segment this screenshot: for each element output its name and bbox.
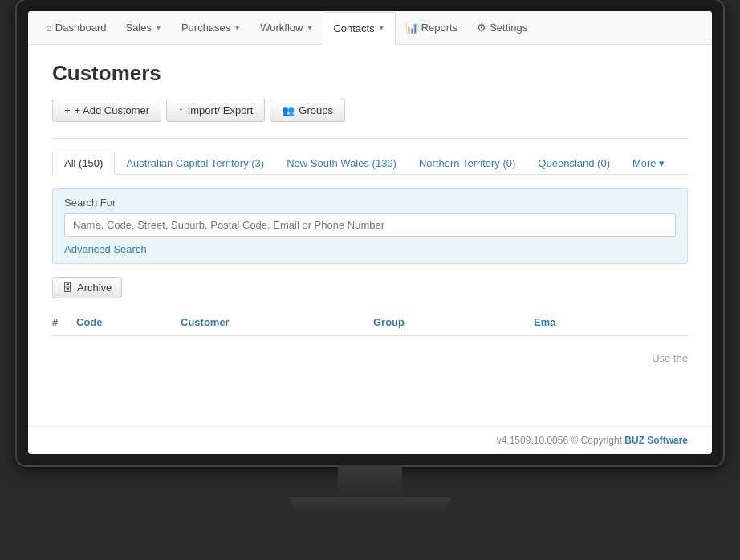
groups-icon: 👥: [282, 104, 295, 116]
upload-icon: ↑: [178, 104, 184, 116]
nav-settings[interactable]: ⚙ Settings: [467, 11, 537, 44]
nav-purchases[interactable]: Purchases ▼: [172, 11, 250, 44]
chart-icon: 📊: [405, 22, 418, 34]
nav-workflow[interactable]: Workflow ▼: [250, 11, 323, 44]
monitor: ⌂ Dashboard Sales ▼ Purchases ▼ Workflow…: [0, 0, 740, 560]
groups-button[interactable]: 👥 Groups: [270, 99, 345, 122]
archive-icon: 🗄: [63, 282, 73, 294]
purchases-caret: ▼: [234, 24, 241, 32]
col-email[interactable]: Ema: [534, 316, 688, 328]
screen-bezel: ⌂ Dashboard Sales ▼ Purchases ▼ Workflow…: [17, 0, 723, 465]
nav-dashboard[interactable]: ⌂ Dashboard: [36, 11, 116, 44]
tab-more[interactable]: More ▾: [621, 152, 676, 174]
col-customer[interactable]: Customer: [181, 316, 373, 328]
empty-message: Use the: [52, 336, 688, 380]
search-input[interactable]: [64, 213, 676, 237]
screen: ⌂ Dashboard Sales ▼ Purchases ▼ Workflow…: [28, 11, 712, 454]
col-hash: #: [52, 316, 76, 328]
tab-qld[interactable]: Queensland (0): [527, 152, 621, 174]
import-export-button[interactable]: ↑ Import/ Export: [166, 99, 265, 122]
col-code[interactable]: Code: [76, 316, 181, 328]
gear-icon: ⚙: [477, 22, 486, 34]
import-export-label: Import/ Export: [188, 104, 254, 116]
nav-contacts[interactable]: Contacts ▼: [323, 12, 395, 45]
col-group[interactable]: Group: [373, 316, 534, 328]
action-buttons: + + Add Customer ↑ Import/ Export 👥 Grou…: [52, 99, 688, 122]
advanced-search-link[interactable]: Advanced Search: [64, 243, 676, 255]
nav-sales[interactable]: Sales ▼: [116, 11, 171, 44]
footer-brand-link[interactable]: BUZ Software: [624, 435, 688, 446]
tab-nt[interactable]: Northern Territory (0): [408, 152, 527, 174]
stand-base: [290, 497, 450, 513]
nav-reports[interactable]: 📊 Reports: [396, 11, 468, 44]
workflow-caret: ▼: [306, 24, 313, 32]
filter-tabs: All (150) Australian Capital Territory (…: [52, 152, 688, 175]
divider: [52, 138, 688, 139]
tab-all[interactable]: All (150): [52, 152, 115, 175]
navbar: ⌂ Dashboard Sales ▼ Purchases ▼ Workflow…: [28, 11, 712, 45]
sales-caret: ▼: [155, 24, 162, 32]
search-section: Search For Advanced Search: [52, 188, 688, 264]
home-icon: ⌂: [46, 22, 52, 34]
stand-neck: [338, 465, 402, 497]
tab-act[interactable]: Australian Capital Territory (3): [115, 152, 275, 174]
main-content: Customers + + Add Customer ↑ Import/ Exp…: [28, 45, 712, 426]
page-title: Customers: [52, 61, 688, 86]
search-label: Search For: [64, 197, 676, 209]
table-header: # Code Customer Group Ema: [52, 310, 688, 336]
footer: v4.1509.10.0056 © Copyright BUZ Software: [28, 426, 712, 454]
footer-version: v4.1509.10.0056 © Copyright: [497, 435, 625, 446]
contacts-caret: ▼: [378, 24, 385, 32]
archive-button[interactable]: 🗄 Archive: [52, 277, 122, 298]
plus-icon: +: [64, 104, 71, 116]
add-customer-button[interactable]: + + Add Customer: [52, 99, 161, 122]
tab-nsw[interactable]: New South Wales (139): [275, 152, 408, 174]
